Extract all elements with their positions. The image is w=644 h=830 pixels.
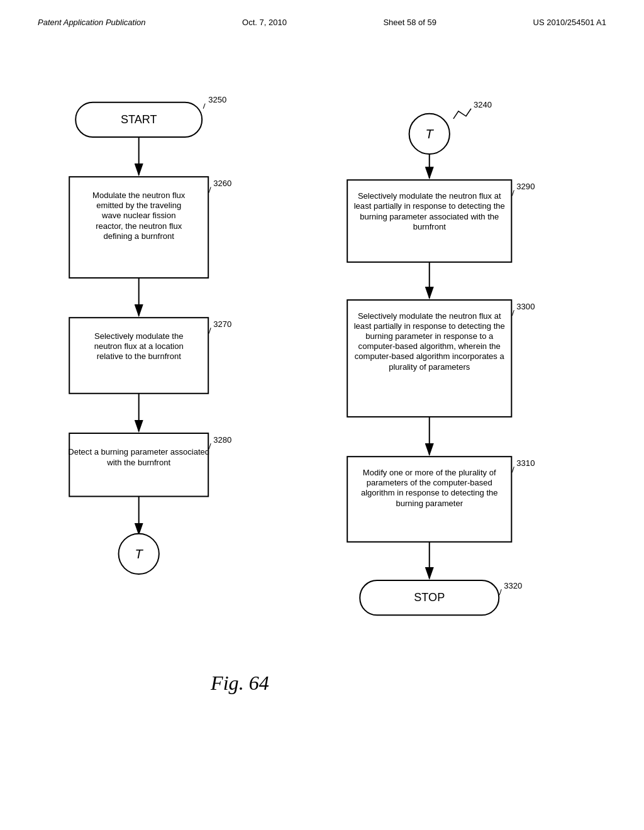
svg-text:algorithm in response to detec: algorithm in response to detecting the (361, 488, 498, 497)
svg-text:with the burnfront: with the burnfront (106, 458, 170, 467)
page: Patent Application Publication Oct. 7, 2… (0, 0, 644, 830)
ref-line-3270 (209, 328, 211, 333)
ref-3290: 3290 (516, 182, 535, 191)
svg-text:burnfront: burnfront (413, 222, 447, 231)
ref-line-3310 (512, 467, 514, 472)
ref-zigzag-3240 (453, 109, 471, 119)
svg-text:neutron flux at a location: neutron flux at a location (94, 341, 184, 351)
ref-line-3290 (512, 190, 514, 196)
ref-line-3320 (499, 589, 501, 595)
start-label: START (121, 113, 157, 126)
stop-label: STOP (414, 591, 445, 604)
node-3300-text: Selectively modulate the neutron flux at (358, 311, 501, 321)
terminal-T1-label: T (135, 547, 144, 561)
node-3280-text: Detect a burning parameter associated (68, 447, 209, 456)
svg-text:burning parameter associated w: burning parameter associated with the (360, 212, 499, 221)
header-sheet: Sheet 58 of 59 (383, 18, 436, 27)
svg-text:parameters of the computer-bas: parameters of the computer-based (367, 478, 492, 487)
ref-3250: 3250 (208, 95, 226, 104)
ref-line-3280 (209, 443, 211, 449)
header: Patent Application Publication Oct. 7, 2… (0, 0, 644, 27)
svg-text:wave nuclear fission: wave nuclear fission (101, 211, 175, 221)
ref-3260: 3260 (213, 179, 231, 188)
ref-line-3250 (203, 104, 205, 109)
ref-3280: 3280 (213, 435, 231, 445)
svg-text:emitted by the traveling: emitted by the traveling (96, 201, 181, 210)
ref-line-3260 (209, 187, 211, 192)
header-publication: Patent Application Publication (38, 18, 146, 27)
svg-text:plurality of parameters: plurality of parameters (389, 362, 470, 372)
svg-text:reactor, the neutron flux: reactor, the neutron flux (96, 221, 182, 231)
svg-text:relative to the burnfront: relative to the burnfront (97, 351, 182, 361)
ref-3240: 3240 (474, 100, 492, 109)
diagram-area: START 3250 Modulate the neutron flux emi… (38, 82, 606, 780)
node-3260-text: Modulate the neutron flux (92, 191, 186, 200)
ref-3270: 3270 (213, 319, 231, 329)
header-date: Oct. 7, 2010 (242, 18, 287, 27)
svg-text:least partially in response to: least partially in response to detecting… (354, 201, 505, 211)
node-3290-text: Selectively modulate the neutron flux at (358, 191, 501, 201)
svg-text:least partially in response to: least partially in response to detecting… (354, 321, 505, 331)
node-3270-text: Selectively modulate the (94, 331, 183, 341)
ref-3310: 3310 (516, 458, 535, 468)
header-patent: US 2010/254501 A1 (533, 18, 606, 27)
node-3310-text: Modify one or more of the plurality of (363, 468, 496, 477)
ref-3300: 3300 (516, 302, 535, 311)
ref-3320: 3320 (504, 581, 522, 590)
svg-text:computer-based algorithm incor: computer-based algorithm incorporates a (355, 351, 505, 361)
svg-text:defining a burnfront: defining a burnfront (103, 231, 174, 241)
figure-caption: Fig. 64 (210, 672, 269, 694)
terminal-3240-label: T (426, 127, 435, 141)
ref-line-3300 (512, 310, 514, 316)
svg-text:burning parameter: burning parameter (396, 499, 463, 508)
svg-text:burning parameter in response : burning parameter in response to a (365, 331, 494, 341)
flowchart-svg: START 3250 Modulate the neutron flux emi… (38, 82, 606, 780)
svg-text:computer-based algorithm, wher: computer-based algorithm, wherein the (358, 341, 501, 351)
